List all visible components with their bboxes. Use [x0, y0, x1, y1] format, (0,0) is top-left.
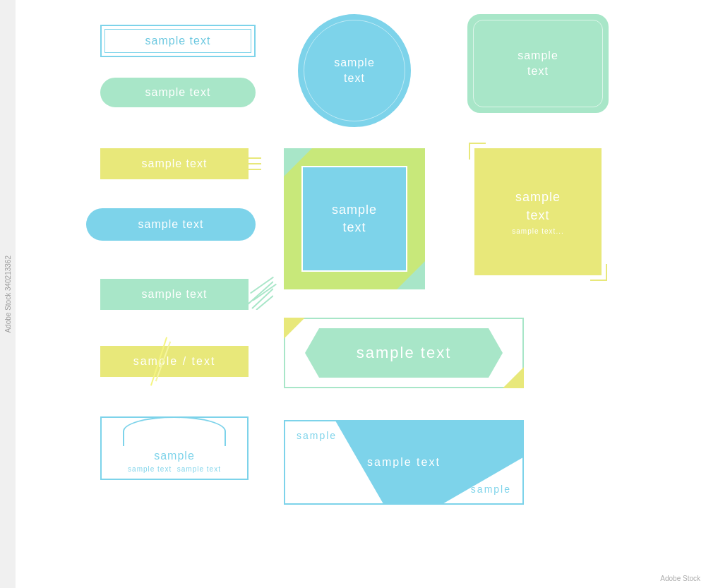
badge-green-round-line1: sample: [517, 48, 558, 64]
badge-yellow-bar-label: sample text: [142, 157, 208, 170]
badge-stripe-mid: sample text: [367, 456, 441, 469]
badge-yellow-bar: sample text: [100, 148, 249, 179]
badge-yellow-split: sample / text: [100, 346, 249, 377]
badge-arch-title: sample: [154, 450, 195, 462]
badge-arch-sub1: sample text sample text: [128, 465, 221, 473]
badge-square-line2: text: [342, 219, 366, 236]
badge-square-line1: sample: [332, 201, 377, 219]
badge-yellow-corner-sub: sample text...: [512, 227, 563, 235]
watermark-text: Adobe Stock 340213362: [4, 256, 12, 333]
badge-hex-label: sample text: [357, 344, 452, 362]
hex-corner-br-icon: [503, 367, 524, 388]
badge-blue-rect: sample text: [100, 25, 256, 57]
badge-green-diag-label: sample text: [142, 288, 208, 301]
badge-blue-pill-large: sample text: [86, 208, 256, 241]
badge-circle-line2: text: [344, 71, 365, 86]
badge-stripe-top: sample: [297, 430, 511, 441]
badge-blue-pill-large-label: sample text: [138, 218, 204, 231]
badge-hex: sample text: [284, 318, 524, 388]
badge-yellow-corner-main2: text: [526, 207, 549, 224]
badge-circle: sample text: [298, 14, 411, 127]
hex-corner-tl-icon: [284, 318, 305, 339]
badge-yellow-split-label: sample / text: [133, 355, 216, 368]
badge-blue-stripe: sample sample text sample: [284, 420, 524, 505]
badge-yellow-corner-main1: sample: [515, 188, 561, 206]
adobe-stock-badge: Adobe Stock: [660, 575, 700, 582]
diag-lines-icon: [248, 279, 273, 310]
watermark-bar: Adobe Stock 340213362: [0, 0, 16, 588]
badge-green-pill-label: sample text: [145, 86, 211, 99]
badge-arch: sample sample text sample text: [100, 416, 249, 480]
badge-stripe-bottom: sample: [471, 484, 511, 495]
badge-green-round-line2: text: [527, 64, 549, 79]
badge-yellow-corner: sample text sample text...: [474, 148, 602, 275]
badge-green-diag: sample text: [100, 279, 249, 310]
badge-green-round: sample text: [467, 14, 609, 113]
badge-circle-line1: sample: [334, 55, 375, 71]
badge-green-pill: sample text: [100, 78, 256, 107]
badge-blue-rect-label: sample text: [145, 35, 211, 47]
badge-square-comp: sample text: [284, 148, 425, 289]
